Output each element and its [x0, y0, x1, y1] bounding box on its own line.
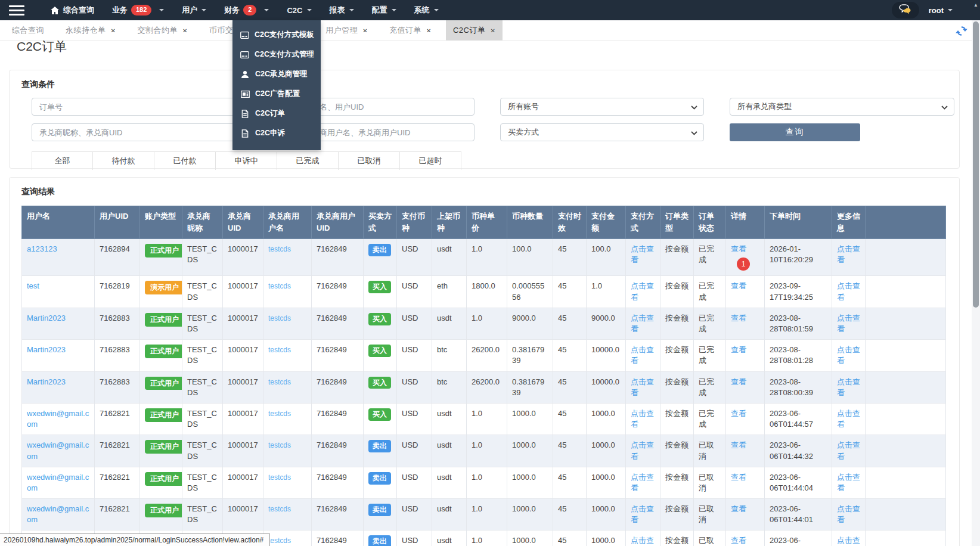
cell-link[interactable]: wxedwin@gmail.com — [27, 473, 89, 492]
cell-link[interactable]: 点击查看 — [631, 409, 654, 429]
cell-link[interactable]: testcds — [268, 505, 291, 513]
detail-link[interactable]: 查看 — [731, 473, 746, 482]
menu-item-C2C承兑商管理[interactable]: C2C承兑商管理 — [232, 64, 321, 84]
nav-item-C2C[interactable]: C2C — [278, 0, 320, 20]
status-tab-已取消[interactable]: 已取消 — [339, 152, 400, 170]
cell-link[interactable]: 点击查看 — [837, 314, 860, 333]
cell-link[interactable]: Martin2023 — [27, 314, 66, 322]
cell-link[interactable]: testcds — [268, 346, 291, 354]
acceptor-type-select[interactable]: 所有承兑商类型 — [730, 98, 954, 116]
acceptor-user-input[interactable] — [296, 123, 475, 141]
detail-link[interactable]: 查看 — [731, 440, 746, 449]
cell-link[interactable]: testcds — [268, 245, 291, 253]
detail-link[interactable]: 查看 — [731, 377, 746, 386]
cell-link[interactable]: 点击查看 — [837, 536, 860, 546]
cell-link[interactable]: 点击查看 — [837, 244, 860, 264]
menu-item-C2C订单[interactable]: C2C订单 — [232, 104, 321, 123]
status-tab-已完成[interactable]: 已完成 — [277, 152, 339, 170]
order-time-line2: 10T16:20:29 — [770, 255, 827, 265]
nav-item-业务[interactable]: 业务182 — [103, 0, 173, 20]
cell-link[interactable]: wxedwin@gmail.com — [27, 504, 89, 524]
cell-link[interactable]: Martin2023 — [27, 345, 66, 354]
cell-link[interactable]: 点击查看 — [631, 473, 654, 492]
cell-link[interactable]: testcds — [268, 378, 291, 386]
detail-link[interactable]: 查看 — [731, 281, 746, 290]
cell-link[interactable]: wxedwin@gmail.com — [27, 440, 89, 460]
detail-link[interactable]: 查看 — [731, 504, 746, 513]
nav-item-报表[interactable]: 报表 — [321, 0, 363, 20]
cell-link[interactable]: 点击查看 — [837, 504, 860, 524]
cell-link[interactable]: Martin2023 — [27, 377, 66, 386]
tab-永续持仓单[interactable]: 永续持仓单✕ — [58, 20, 123, 41]
status-tab-待付款[interactable]: 待付款 — [93, 152, 154, 170]
tab-充值订单[interactable]: 充值订单✕ — [382, 20, 439, 41]
column-header: 详情 — [726, 206, 765, 239]
cell-link[interactable]: a123123 — [27, 244, 57, 253]
cell-link[interactable]: 点击查看 — [837, 440, 860, 460]
nav-item-财务[interactable]: 财务2 — [215, 0, 278, 20]
cell-link[interactable]: testcds — [268, 282, 291, 290]
cell-link[interactable]: 点击查看 — [837, 409, 860, 429]
detail-link[interactable]: 查看 — [731, 244, 746, 253]
cell-link[interactable]: 点击查看 — [631, 314, 654, 333]
cell-listed_currency: usdt — [432, 308, 467, 339]
cell-link[interactable]: wxedwin@gmail.com — [27, 409, 89, 429]
account-select[interactable]: 所有账号 — [500, 98, 704, 116]
scroll-up-arrow[interactable]: ▲ — [972, 0, 980, 20]
user-menu[interactable]: root — [929, 6, 953, 15]
cell-link[interactable]: 点击查看 — [631, 440, 654, 460]
cell-link[interactable]: 点击查看 — [837, 345, 860, 365]
side-select[interactable]: 买卖方式 — [500, 123, 704, 141]
cell-pay_amount: 1000.0 — [587, 531, 626, 546]
cell-link[interactable]: testcds — [268, 441, 291, 449]
cell-link[interactable]: 点击查看 — [631, 536, 654, 546]
cell-link[interactable]: testcds — [268, 536, 291, 545]
cell-link[interactable]: 点击查看 — [631, 377, 654, 397]
tab-综合查询[interactable]: 综合查询 — [5, 20, 51, 41]
vertical-scrollbar[interactable]: ▲ — [972, 0, 980, 546]
messages-button[interactable] — [892, 2, 919, 18]
close-icon[interactable]: ✕ — [426, 27, 432, 34]
cell-link[interactable]: 点击查看 — [631, 281, 654, 301]
cell-link[interactable]: 点击查看 — [631, 504, 654, 524]
search-button[interactable]: 查询 — [730, 123, 860, 141]
cell-link[interactable]: 点击查看 — [837, 473, 860, 492]
cell-link[interactable]: 点击查看 — [837, 281, 860, 301]
cell-acceptor_user_uid: 7162849 — [312, 308, 364, 339]
tab-交割合约单[interactable]: 交割合约单✕ — [130, 20, 194, 41]
cell-link[interactable]: test — [27, 281, 39, 290]
tab-C2C订单[interactable]: C2C订单✕ — [446, 20, 503, 41]
scrollbar-thumb[interactable] — [973, 21, 979, 308]
cell-link[interactable]: 点击查看 — [631, 244, 654, 264]
detail-link[interactable]: 查看 — [731, 409, 746, 418]
status-tab-已超时[interactable]: 已超时 — [400, 152, 461, 170]
user-input[interactable] — [296, 98, 475, 116]
nav-item-系统[interactable]: 系统 — [405, 0, 448, 20]
nav-item-用户[interactable]: 用户 — [173, 0, 215, 20]
close-icon[interactable]: ✕ — [182, 27, 188, 34]
cell-link[interactable]: testcds — [268, 410, 291, 418]
hamburger-menu-button[interactable] — [0, 0, 33, 20]
cell-link[interactable]: testcds — [268, 473, 291, 482]
detail-link[interactable]: 查看 — [731, 345, 746, 354]
close-icon[interactable]: ✕ — [362, 27, 368, 34]
status-tab-全部[interactable]: 全部 — [32, 152, 93, 170]
tab-用户管理[interactable]: 用户管理✕ — [318, 20, 375, 41]
cell-link[interactable]: 点击查看 — [631, 345, 654, 365]
refresh-button[interactable] — [955, 24, 968, 38]
menu-item-C2C支付方式模板[interactable]: C2C支付方式模板 — [232, 25, 321, 45]
cell-link[interactable]: testcds — [268, 314, 291, 322]
nav-item-配置[interactable]: 配置 — [363, 0, 405, 20]
close-icon[interactable]: ✕ — [111, 27, 116, 34]
menu-item-C2C广告配置[interactable]: C2C广告配置 — [232, 84, 321, 104]
close-icon[interactable]: ✕ — [490, 27, 495, 34]
cell-link[interactable]: 点击查看 — [837, 377, 860, 397]
status-tab-申诉中[interactable]: 申诉中 — [216, 152, 277, 170]
detail-link[interactable]: 查看 — [731, 314, 746, 322]
detail-link[interactable]: 查看 — [731, 536, 746, 545]
cell-acceptor_uid: 1000017 — [223, 340, 263, 371]
menu-item-C2C申诉[interactable]: C2C申诉 — [232, 123, 321, 143]
status-tab-已付款[interactable]: 已付款 — [154, 152, 216, 170]
nav-item-综合查询[interactable]: 综合查询 — [42, 0, 103, 20]
menu-item-C2C支付方式管理[interactable]: C2C支付方式管理 — [232, 45, 321, 64]
